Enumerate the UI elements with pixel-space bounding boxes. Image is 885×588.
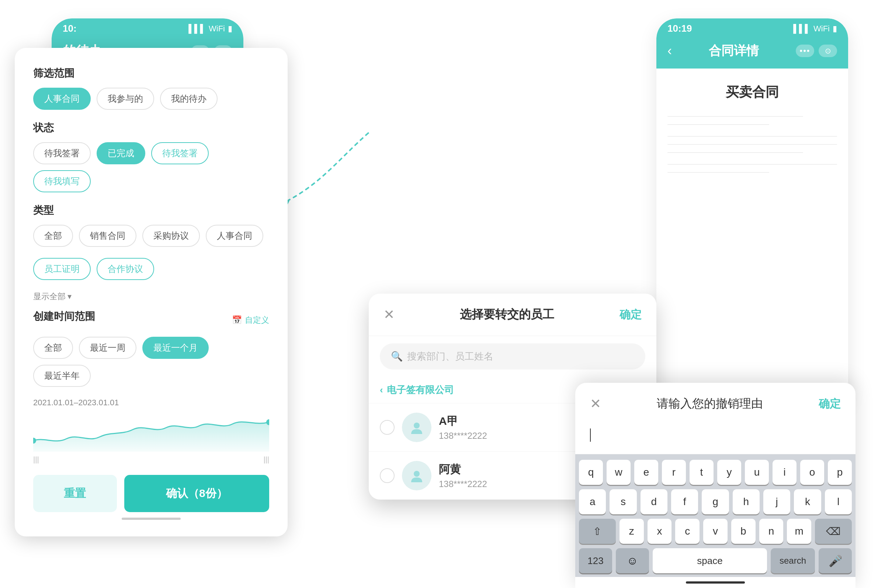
date-section: 创建时间范围 📅 自定义 全部 最近一周 最近一个月 最近半年 2021.01.… <box>33 309 269 408</box>
confirm-button[interactable]: 确认（8份） <box>124 475 269 512</box>
key-m[interactable]: m <box>787 519 811 544</box>
home-indicator <box>122 518 181 520</box>
status-icons-left: ▌▌▌ WiFi ▮ <box>188 24 232 33</box>
status-tag-sign[interactable]: 待我签署 <box>151 142 209 164</box>
key-w[interactable]: w <box>607 460 631 485</box>
key-a[interactable]: a <box>579 489 606 514</box>
space-key[interactable]: space <box>653 548 767 573</box>
search-placeholder-employee: 搜索部门、员工姓名 <box>407 350 494 363</box>
key-o[interactable]: o <box>800 460 824 485</box>
status-tags: 待我签署 已完成 待我签署 待我填写 <box>33 142 269 192</box>
wifi-icon-left: WiFi <box>209 24 225 33</box>
chevron-down-icon: ▾ <box>68 292 72 302</box>
wifi-icon-right: WiFi <box>813 24 830 33</box>
more-options-right-icon[interactable]: ••• <box>796 45 814 57</box>
dialog-close-icon[interactable]: ✕ <box>384 307 394 322</box>
key-v[interactable]: v <box>703 519 727 544</box>
key-h[interactable]: h <box>733 489 760 514</box>
employee-radio-2[interactable] <box>380 468 394 483</box>
key-k[interactable]: k <box>794 489 821 514</box>
key-y[interactable]: y <box>717 460 741 485</box>
date-tag-all[interactable]: 全部 <box>33 337 73 359</box>
key-t[interactable]: t <box>689 460 713 485</box>
contract-line-6 <box>667 164 837 165</box>
text-cursor <box>590 429 591 442</box>
status-tag-waiting[interactable]: 待我签署 <box>33 142 91 164</box>
employee-search-bar[interactable]: 🔍 搜索部门、员工姓名 <box>380 344 645 369</box>
contract-main-title: 买卖合同 <box>667 83 837 101</box>
show-all-row: 显示全部 ▾ <box>33 291 269 302</box>
phone-right-background: 10:19 ▌▌▌ WiFi ▮ ‹ 合同详情 ••• ⊙ 买卖合同 <box>656 18 848 409</box>
key-j[interactable]: j <box>763 489 790 514</box>
svg-point-3 <box>414 423 420 429</box>
filter-date-title: 创建时间范围 <box>33 309 95 324</box>
key-c[interactable]: c <box>675 519 700 544</box>
key-z[interactable]: z <box>620 519 644 544</box>
scope-tag-hr[interactable]: 人事合同 <box>33 88 91 110</box>
battery-icon-right: ▮ <box>832 24 837 33</box>
key-x[interactable]: x <box>647 519 672 544</box>
signal-icon-left: ▌▌▌ <box>188 24 206 33</box>
chart-axis: ||| ||| <box>33 455 269 464</box>
key-f[interactable]: f <box>671 489 698 514</box>
filter-panel: 筛选范围 人事合同 我参与的 我的待办 状态 待我签署 已完成 待我签署 待我填… <box>15 48 287 536</box>
type-tag-all[interactable]: 全部 <box>33 225 73 247</box>
type-tag-sales[interactable]: 销售合同 <box>79 225 137 247</box>
scope-tag-pending[interactable]: 我的待办 <box>160 88 218 110</box>
show-all-button[interactable]: 显示全部 ▾ <box>33 291 72 302</box>
cancel-reason-panel: ✕ 请输入您的撤销理由 确定 q w e r t y u i o p <box>575 383 855 588</box>
date-tag-half-year[interactable]: 最近半年 <box>33 365 91 387</box>
type-tags-row2: 员工证明 合作协议 <box>33 258 269 280</box>
key-l[interactable]: l <box>825 489 852 514</box>
filter-status-title: 状态 <box>33 121 269 135</box>
key-u[interactable]: u <box>745 460 769 485</box>
date-range-chart <box>33 415 269 452</box>
search-key[interactable]: search <box>771 548 815 573</box>
date-custom-btn[interactable]: 📅 自定义 <box>232 315 269 326</box>
type-tag-cert[interactable]: 员工证明 <box>33 258 91 280</box>
backspace-key[interactable]: ⌫ <box>815 519 852 544</box>
filter-type-title: 类型 <box>33 203 269 218</box>
key-q[interactable]: q <box>579 460 603 485</box>
key-p[interactable]: p <box>828 460 852 485</box>
keyboard-home-indicator <box>686 581 745 584</box>
key-e[interactable]: e <box>634 460 658 485</box>
key-n[interactable]: n <box>759 519 784 544</box>
contract-line-3 <box>667 136 837 136</box>
key-d[interactable]: d <box>641 489 667 514</box>
dialog-header: ✕ 选择要转交的员工 确定 <box>369 294 656 336</box>
battery-icon-left: ▮ <box>228 24 232 33</box>
mic-key[interactable]: 🎤 <box>819 548 852 573</box>
camera-right-icon[interactable]: ⊙ <box>819 45 837 57</box>
scope-tag-participated[interactable]: 我参与的 <box>96 88 154 110</box>
signal-icon-right: ▌▌▌ <box>793 24 811 33</box>
dialog-confirm-button[interactable]: 确定 <box>620 307 642 322</box>
cancel-close-icon[interactable]: ✕ <box>590 396 601 411</box>
contract-body: 买卖合同 <box>656 69 848 195</box>
key-b[interactable]: b <box>731 519 756 544</box>
keyboard-row-1: q w e r t y u i o p <box>579 460 852 485</box>
key-s[interactable]: s <box>610 489 637 514</box>
key-r[interactable]: r <box>662 460 686 485</box>
key-g[interactable]: g <box>702 489 728 514</box>
key-i[interactable]: i <box>772 460 796 485</box>
employee-radio-1[interactable] <box>380 420 394 435</box>
axis-left: ||| <box>33 455 39 464</box>
back-arrow-icon[interactable]: ‹ <box>667 43 672 58</box>
emoji-key[interactable]: ☺ <box>616 548 649 573</box>
key-123[interactable]: 123 <box>579 548 612 573</box>
cancel-confirm-button[interactable]: 确定 <box>819 396 841 411</box>
status-tag-fill[interactable]: 待我填写 <box>33 170 91 192</box>
reset-button[interactable]: 重置 <box>33 475 117 512</box>
date-tag-month[interactable]: 最近一个月 <box>142 337 209 359</box>
cancel-input-area[interactable] <box>575 425 855 454</box>
contract-line-1 <box>667 116 803 117</box>
date-tag-week[interactable]: 最近一周 <box>79 337 137 359</box>
type-tag-purchase[interactable]: 采购协议 <box>142 225 200 247</box>
status-icons-right: ▌▌▌ WiFi ▮ <box>793 24 837 33</box>
filter-action-buttons: 重置 确认（8份） <box>33 475 269 512</box>
type-tag-hr[interactable]: 人事合同 <box>206 225 263 247</box>
status-tag-done[interactable]: 已完成 <box>96 142 145 164</box>
shift-key[interactable]: ⇧ <box>579 519 616 544</box>
type-tag-coop[interactable]: 合作协议 <box>96 258 154 280</box>
